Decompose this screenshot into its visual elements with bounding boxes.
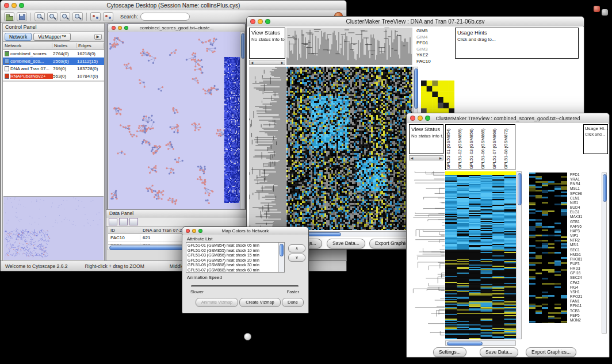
heatmap-canvas[interactable]	[286, 67, 412, 230]
gene-name[interactable]: HMG1	[570, 252, 593, 257]
heatmap-vscrollbar[interactable]	[517, 171, 522, 339]
array-column-label[interactable]: GPL51-03 (GSM856)	[469, 125, 480, 170]
treeview-dna-titlebar[interactable]: ClusterMaker TreeView : DNA and Tran 07-…	[247, 17, 584, 27]
tab-network[interactable]: Network	[5, 33, 32, 41]
array-column-label[interactable]: GPL51-08 (GSM872)	[503, 125, 515, 170]
column-name[interactable]: PAC10	[416, 59, 453, 65]
col-nodes[interactable]: Nodes	[52, 43, 76, 48]
gene-name[interactable]: SEC24	[570, 275, 593, 280]
gene-name[interactable]: YSH1	[570, 290, 593, 294]
gene-list-vscrollbar[interactable]	[602, 173, 607, 334]
treeview-combined-titlebar[interactable]: ClusterMaker TreeView : combined_scores_…	[407, 113, 609, 124]
animate-vizmap-button[interactable]: Animate Vizmap	[196, 298, 238, 307]
gene-name[interactable]: FIG4	[570, 285, 593, 290]
col-edges[interactable]: Edges	[76, 43, 104, 48]
scroll-right-icon[interactable]: ▶	[281, 61, 284, 64]
array-column-label[interactable]: GPL51-06 (GSM865)	[480, 125, 492, 170]
minimize-button[interactable]	[12, 3, 17, 8]
vscroll-thumb[interactable]	[414, 68, 418, 109]
zoom-button[interactable]	[124, 26, 128, 30]
attribute-item[interactable]: GPL51-01 (GSM854) heat shock 05 min	[188, 243, 284, 248]
network-row-selected[interactable]: combined_sco... 2569(6) 13112(15)	[3, 58, 104, 65]
gene-name[interactable]: MSI1	[570, 243, 593, 247]
minimize-button[interactable]	[118, 26, 122, 30]
col-id[interactable]: ID	[108, 228, 140, 233]
scroll-left-icon[interactable]: ◀	[251, 61, 253, 64]
gene-name[interactable]: GPI16	[570, 271, 593, 275]
main-titlebar[interactable]: Cytoscape Desktop (Session Name: collins…	[1, 1, 346, 11]
column-dendrogram-canvas[interactable]	[286, 28, 412, 65]
gene-name[interactable]: NTR2	[570, 238, 593, 243]
attribute-select-icon[interactable]	[109, 218, 117, 225]
gene-name[interactable]: YRA1	[570, 177, 593, 182]
vscroll-thumb[interactable]	[603, 174, 607, 202]
array-column-label[interactable]: GPL51-01 (GSM854)	[446, 125, 457, 170]
gene-name[interactable]: SPC98	[570, 191, 593, 196]
minimize-button[interactable]	[258, 19, 263, 24]
gene-name[interactable]: RNR4	[570, 182, 593, 186]
gene-name[interactable]: SEC1	[570, 248, 593, 252]
network-row[interactable]: combined_scores 2764(0) 16218(0)	[3, 50, 104, 58]
network-overview-thumbnail[interactable]	[3, 197, 104, 259]
column-name[interactable]: GIM5	[416, 28, 453, 35]
dialog-titlebar[interactable]: Map Colors to Network	[182, 227, 308, 235]
gene-name[interactable]: ELG1	[570, 210, 593, 214]
gene-name[interactable]: NIS1	[570, 201, 593, 205]
move-down-button[interactable]: ∨	[288, 254, 305, 262]
search-input[interactable]	[140, 13, 190, 21]
scroll-left-icon[interactable]: ◀	[411, 156, 413, 160]
vscroll-thumb[interactable]	[518, 173, 522, 205]
mini-scrollbar[interactable]: ◀ ▶	[249, 60, 285, 65]
gene-name[interactable]: CPA2	[570, 281, 593, 285]
close-button[interactable]	[410, 116, 415, 121]
open-session-icon[interactable]	[4, 12, 14, 21]
gene-name[interactable]: RPO21	[570, 294, 593, 299]
zoom-selected-icon[interactable]	[72, 12, 83, 21]
gene-name[interactable]: PEP5	[570, 313, 593, 318]
gene-name[interactable]: PAN1	[570, 299, 593, 304]
attribute-item[interactable]: GPL51-04 (GSM857) heat shock 20 min	[188, 258, 284, 263]
gene-name[interactable]: PFD1	[570, 173, 593, 177]
tab-vizmapper[interactable]: VizMapper™	[33, 33, 71, 41]
close-button[interactable]	[4, 3, 9, 8]
attribute-list-vscrollbar[interactable]	[278, 243, 284, 272]
attribute-create-icon[interactable]	[119, 218, 128, 225]
correlation-matrix-canvas[interactable]	[421, 81, 454, 114]
gene-name[interactable]: MON2	[570, 318, 593, 323]
secondary-heatmap-canvas[interactable]	[529, 173, 567, 323]
desktop-icon[interactable]	[594, 6, 600, 12]
gene-name[interactable]: MAK31	[570, 214, 593, 219]
array-column-label[interactable]: GPL51-07 (GSM868)	[492, 125, 503, 170]
slider-thumb[interactable]	[244, 333, 251, 340]
network-overview-panel[interactable]	[3, 196, 104, 260]
animation-speed-slider[interactable]	[191, 285, 299, 287]
network-view-titlebar[interactable]: combined_scores_good.txt--cluste...	[108, 24, 245, 32]
attribute-item[interactable]: GPL51-03 (GSM856) heat shock 15 min	[188, 253, 284, 258]
network-row[interactable]: RNAPuberNov2+ 563(0) 107847(0)	[3, 72, 104, 80]
column-name[interactable]: YKE2	[416, 52, 453, 59]
save-data-button[interactable]: Save Data...	[327, 239, 365, 248]
row-dendrogram-canvas[interactable]	[249, 67, 286, 230]
zoom-button[interactable]	[265, 19, 270, 24]
attribute-item[interactable]: GPL51-05 (GSM858) heat shock 30 min	[188, 263, 284, 268]
column-name[interactable]: PFD1	[416, 40, 453, 47]
mini-scrollbar[interactable]: ◀ ▶	[409, 155, 443, 160]
scroll-right-icon[interactable]: ▶	[439, 156, 442, 160]
close-button[interactable]	[186, 229, 190, 233]
vscroll-thumb[interactable]	[280, 244, 284, 256]
minimize-button[interactable]	[192, 229, 196, 233]
done-button[interactable]: Done	[282, 298, 304, 307]
heatmap-hscrollbar[interactable]	[445, 340, 516, 346]
gene-name[interactable]: BUD4	[570, 205, 593, 210]
zoom-button[interactable]	[19, 3, 24, 8]
zoom-button[interactable]	[425, 116, 430, 121]
network-canvas-area[interactable]	[109, 32, 244, 209]
move-up-button[interactable]: ∧	[288, 244, 305, 252]
attribute-delete-icon[interactable]	[129, 218, 138, 225]
col-network[interactable]: Network	[3, 43, 52, 48]
attribute-item[interactable]: GPL51-02 (GSM855) heat shock 10 min	[188, 248, 284, 254]
gene-name[interactable]: TCB3	[570, 309, 593, 313]
zoom-fit-icon[interactable]	[60, 12, 70, 21]
heatmap-canvas[interactable]	[445, 171, 516, 339]
gene-name[interactable]: HRD3	[570, 266, 593, 271]
